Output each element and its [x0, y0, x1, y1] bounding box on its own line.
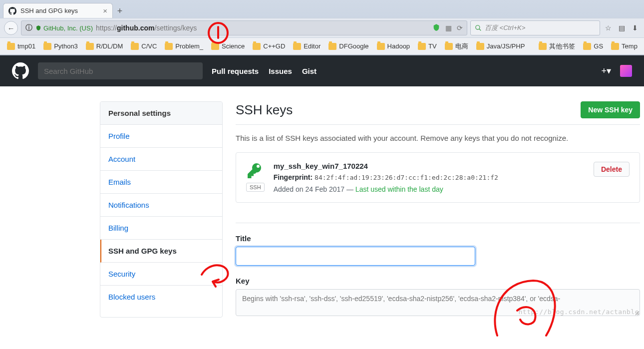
- nav-link[interactable]: Issues: [269, 67, 292, 75]
- bookmarks-bar: tmp01Python3R/DL/DMC/VCProblem_ScienceC+…: [0, 38, 644, 55]
- bookmark-label: tmp01: [17, 42, 35, 50]
- svg-point-0: [476, 25, 480, 29]
- bookmark-item[interactable]: tmp01: [4, 41, 38, 51]
- folder-icon: [611, 43, 619, 50]
- bookmark-label: C++GD: [263, 42, 285, 50]
- title-input[interactable]: [236, 247, 475, 266]
- bookmark-item[interactable]: 其他书签: [536, 40, 578, 52]
- folder-icon: [476, 43, 484, 50]
- folder-icon: [211, 43, 219, 50]
- sidebar-item[interactable]: Security: [100, 263, 222, 286]
- tab-title: SSH and GPG keys: [20, 7, 78, 14]
- title-label: Title: [236, 234, 640, 243]
- folder-icon: [377, 43, 385, 50]
- folder-icon: [86, 43, 94, 50]
- downloads-icon[interactable]: ⬇: [632, 24, 638, 32]
- new-menu-icon[interactable]: +▾: [601, 65, 611, 76]
- bookmark-item[interactable]: C/VC: [128, 41, 160, 51]
- new-tab-button[interactable]: +: [113, 4, 127, 18]
- close-tab-icon[interactable]: ×: [103, 6, 107, 15]
- url-text: https://github.com/settings/keys: [96, 24, 197, 32]
- bookmark-item[interactable]: 电商: [442, 40, 471, 52]
- bookmark-label: 其他书签: [549, 42, 575, 51]
- github-nav: Pull requestsIssuesGist: [212, 67, 317, 75]
- library-icon[interactable]: ▤: [619, 24, 625, 32]
- ssh-key-entry: SSH my_ssh_key_win7_170224 Fingerprint: …: [236, 152, 640, 203]
- key-added-info: Added on 24 Feb 2017 — Last used within …: [274, 185, 585, 193]
- new-ssh-key-button[interactable]: New SSH key: [581, 101, 640, 118]
- folder-icon: [539, 43, 547, 50]
- bookmark-item[interactable]: Hadoop: [374, 41, 413, 51]
- info-icon[interactable]: ⓘ: [25, 23, 32, 32]
- key-icon: [246, 162, 264, 180]
- bookmark-item[interactable]: R/DL/DM: [83, 41, 126, 51]
- page-title: SSH keys: [236, 102, 293, 118]
- browser-chrome: SSH and GPG keys × + ← ⓘ GitHub, Inc. (U…: [0, 0, 644, 55]
- bookmark-item[interactable]: Editor: [290, 41, 323, 51]
- sidebar-heading: Personal settings: [100, 102, 222, 125]
- nav-link[interactable]: Gist: [302, 67, 317, 75]
- address-bar[interactable]: ⓘ GitHub, Inc. (US) https://github.com/s…: [21, 20, 467, 35]
- bookmark-label: Problem_: [175, 42, 203, 50]
- svg-line-1: [479, 29, 481, 31]
- bookmark-item[interactable]: GS: [580, 41, 606, 51]
- key-title: my_ssh_key_win7_170224: [274, 162, 585, 170]
- intro-text: This is a list of SSH keys associated wi…: [236, 134, 640, 142]
- bookmark-label: TV: [428, 42, 437, 50]
- site-identity[interactable]: GitHub, Inc. (US): [35, 24, 93, 32]
- bookmark-item[interactable]: C++GD: [250, 41, 288, 51]
- sidebar-item[interactable]: Billing: [100, 217, 222, 240]
- bookmark-item[interactable]: DFGoogle: [325, 41, 371, 51]
- star-icon[interactable]: ☆: [605, 24, 612, 32]
- folder-icon: [328, 43, 336, 50]
- bookmark-item[interactable]: Science: [208, 41, 248, 51]
- folder-icon: [7, 43, 15, 50]
- bookmark-label: Hadoop: [387, 42, 410, 50]
- bookmark-item[interactable]: Temp: [608, 41, 641, 51]
- browser-tab[interactable]: SSH and GPG keys ×: [3, 3, 113, 18]
- delete-key-button[interactable]: Delete: [594, 162, 630, 177]
- bookmark-item[interactable]: TV: [415, 41, 440, 51]
- github-favicon: [8, 7, 16, 15]
- nav-link[interactable]: Pull requests: [212, 67, 259, 75]
- shield-icon[interactable]: [432, 23, 440, 33]
- key-fingerprint: Fingerprint: 84:2f:4f:ad:19:23:26:d7:cc:…: [274, 173, 585, 181]
- tab-strip: SSH and GPG keys × +: [0, 0, 644, 18]
- sidebar-item[interactable]: Profile: [100, 125, 222, 148]
- bookmark-label: C/VC: [141, 42, 157, 50]
- folder-icon: [43, 43, 51, 50]
- ssh-chip: SSH: [246, 183, 265, 192]
- toolbar-icons: ☆ ▤ ⬇: [603, 24, 640, 32]
- github-search-input[interactable]: [38, 62, 203, 79]
- bookmark-label: Editor: [304, 42, 321, 50]
- main-panel: SSH keys New SSH key This is a list of S…: [236, 101, 644, 318]
- bookmark-item[interactable]: Java/JS/PHP: [473, 41, 528, 51]
- browser-search[interactable]: 百度 <Ctrl+K>: [470, 20, 600, 35]
- key-label: Key: [236, 277, 640, 285]
- github-logo-icon[interactable]: [12, 62, 29, 79]
- folder-icon: [253, 43, 261, 50]
- sidebar-item[interactable]: Emails: [100, 171, 222, 194]
- content-area: Personal settings ProfileAccountEmailsNo…: [0, 86, 644, 318]
- bookmark-label: Science: [222, 42, 245, 50]
- address-row: ← ⓘ GitHub, Inc. (US) https://github.com…: [0, 18, 644, 38]
- bookmark-label: Python3: [54, 42, 78, 50]
- sidebar-item[interactable]: SSH and GPG keys: [100, 240, 222, 263]
- settings-sidebar: Personal settings ProfileAccountEmailsNo…: [100, 101, 223, 318]
- folder-icon: [131, 43, 139, 50]
- bookmark-label: DFGoogle: [339, 42, 368, 50]
- sidebar-item[interactable]: Blocked users: [100, 286, 222, 308]
- folder-icon: [293, 43, 301, 50]
- bookmark-label: 电商: [455, 42, 468, 51]
- reload-icon[interactable]: ⟳: [457, 24, 463, 32]
- avatar[interactable]: [620, 65, 632, 77]
- bookmark-item[interactable]: Python3: [40, 41, 81, 51]
- github-header: Pull requestsIssuesGist +▾: [0, 55, 644, 86]
- bookmark-label: R/DL/DM: [96, 42, 123, 50]
- bookmark-item[interactable]: Problem_: [162, 41, 206, 51]
- sidebar-item[interactable]: Account: [100, 148, 222, 171]
- qr-icon[interactable]: ▦: [445, 24, 452, 32]
- folder-icon: [445, 43, 453, 50]
- sidebar-item[interactable]: Notifications: [100, 194, 222, 217]
- back-button[interactable]: ←: [4, 21, 18, 35]
